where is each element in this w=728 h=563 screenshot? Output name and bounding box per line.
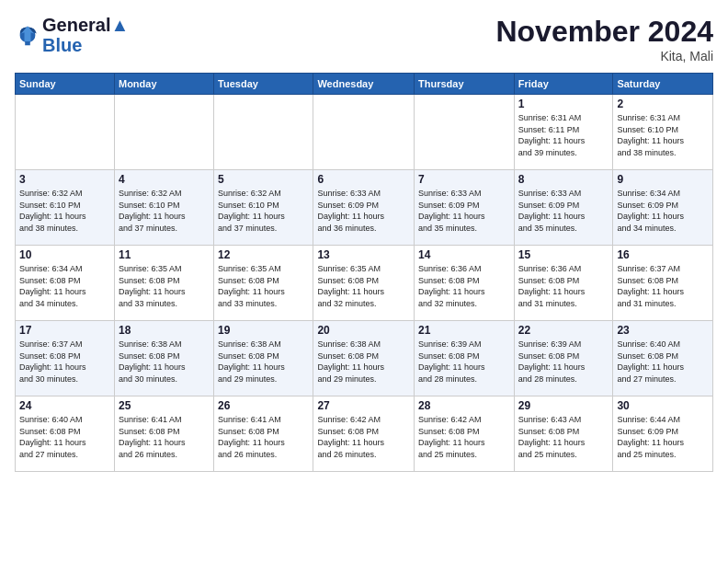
calendar-cell-w2-d2: 4Sunrise: 6:32 AMSunset: 6:10 PMDaylight… (114, 170, 213, 246)
day-number: 26 (218, 399, 309, 412)
day-number: 25 (119, 399, 210, 412)
calendar-cell-w5-d3: 26Sunrise: 6:41 AMSunset: 6:08 PMDayligh… (214, 396, 313, 472)
day-info: Sunrise: 6:35 AMSunset: 6:08 PMDaylight:… (119, 263, 210, 309)
day-number: 4 (119, 173, 210, 186)
day-info: Sunrise: 6:37 AMSunset: 6:08 PMDaylight:… (617, 263, 709, 309)
day-info: Sunrise: 6:32 AMSunset: 6:10 PMDaylight:… (119, 188, 210, 234)
day-info: Sunrise: 6:34 AMSunset: 6:08 PMDaylight:… (19, 263, 110, 309)
calendar-cell-w3-d1: 10Sunrise: 6:34 AMSunset: 6:08 PMDayligh… (16, 246, 115, 321)
location: Kita, Mali (495, 49, 713, 63)
day-number: 12 (218, 248, 309, 261)
day-number: 11 (119, 248, 210, 261)
calendar-cell-w3-d5: 14Sunrise: 6:36 AMSunset: 6:08 PMDayligh… (415, 246, 515, 321)
calendar-cell-w5-d2: 25Sunrise: 6:41 AMSunset: 6:08 PMDayligh… (114, 396, 213, 472)
col-monday: Monday (114, 74, 213, 95)
day-number: 23 (617, 324, 709, 337)
day-info: Sunrise: 6:34 AMSunset: 6:09 PMDaylight:… (617, 188, 709, 234)
day-info: Sunrise: 6:32 AMSunset: 6:10 PMDaylight:… (19, 188, 110, 234)
calendar-cell-w4-d7: 23Sunrise: 6:40 AMSunset: 6:08 PMDayligh… (613, 321, 713, 396)
day-info: Sunrise: 6:38 AMSunset: 6:08 PMDaylight:… (317, 339, 410, 385)
day-number: 18 (119, 324, 210, 337)
day-info: Sunrise: 6:42 AMSunset: 6:08 PMDaylight:… (418, 414, 510, 460)
week-row-2: 3Sunrise: 6:32 AMSunset: 6:10 PMDaylight… (16, 170, 713, 246)
day-number: 3 (19, 173, 110, 186)
calendar-cell-w4-d4: 20Sunrise: 6:38 AMSunset: 6:08 PMDayligh… (313, 321, 415, 396)
calendar-cell-w3-d2: 11Sunrise: 6:35 AMSunset: 6:08 PMDayligh… (114, 246, 213, 321)
day-number: 10 (19, 248, 110, 261)
day-info: Sunrise: 6:42 AMSunset: 6:08 PMDaylight:… (317, 414, 410, 460)
day-info: Sunrise: 6:44 AMSunset: 6:09 PMDaylight:… (617, 414, 709, 460)
col-thursday: Thursday (415, 74, 515, 95)
calendar-table: Sunday Monday Tuesday Wednesday Thursday… (15, 73, 713, 472)
day-info: Sunrise: 6:36 AMSunset: 6:08 PMDaylight:… (418, 263, 510, 309)
day-number: 28 (418, 399, 510, 412)
day-info: Sunrise: 6:33 AMSunset: 6:09 PMDaylight:… (518, 188, 609, 234)
calendar-header-row: Sunday Monday Tuesday Wednesday Thursday… (16, 74, 713, 95)
day-info: Sunrise: 6:39 AMSunset: 6:08 PMDaylight:… (418, 339, 510, 385)
month-title: November 2024 (495, 15, 713, 49)
day-number: 30 (617, 399, 709, 412)
day-number: 5 (218, 173, 309, 186)
day-info: Sunrise: 6:38 AMSunset: 6:08 PMDaylight:… (119, 339, 210, 385)
day-number: 27 (317, 399, 410, 412)
col-wednesday: Wednesday (313, 74, 415, 95)
calendar-cell-w4-d6: 22Sunrise: 6:39 AMSunset: 6:08 PMDayligh… (514, 321, 613, 396)
day-number: 2 (617, 98, 709, 110)
week-row-3: 10Sunrise: 6:34 AMSunset: 6:08 PMDayligh… (16, 246, 713, 321)
day-number: 19 (218, 324, 309, 337)
logo-text-line2: Blue (42, 35, 129, 55)
day-number: 24 (19, 399, 110, 412)
calendar-cell-w2-d6: 8Sunrise: 6:33 AMSunset: 6:09 PMDaylight… (514, 170, 613, 246)
day-number: 13 (317, 248, 410, 261)
day-info: Sunrise: 6:41 AMSunset: 6:08 PMDaylight:… (218, 414, 309, 460)
day-number: 8 (518, 173, 609, 186)
day-number: 17 (19, 324, 110, 337)
calendar-cell-w4-d5: 21Sunrise: 6:39 AMSunset: 6:08 PMDayligh… (415, 321, 515, 396)
calendar-cell-w5-d6: 29Sunrise: 6:43 AMSunset: 6:08 PMDayligh… (514, 396, 613, 472)
day-number: 16 (617, 248, 709, 261)
calendar-cell-w4-d3: 19Sunrise: 6:38 AMSunset: 6:08 PMDayligh… (214, 321, 313, 396)
day-number: 21 (418, 324, 510, 337)
calendar-cell-w3-d6: 15Sunrise: 6:36 AMSunset: 6:08 PMDayligh… (514, 246, 613, 321)
week-row-4: 17Sunrise: 6:37 AMSunset: 6:08 PMDayligh… (16, 321, 713, 396)
day-info: Sunrise: 6:35 AMSunset: 6:08 PMDaylight:… (317, 263, 410, 309)
day-info: Sunrise: 6:38 AMSunset: 6:08 PMDaylight:… (218, 339, 309, 385)
calendar-cell-w2-d1: 3Sunrise: 6:32 AMSunset: 6:10 PMDaylight… (16, 170, 115, 246)
day-info: Sunrise: 6:39 AMSunset: 6:08 PMDaylight:… (518, 339, 609, 385)
day-info: Sunrise: 6:33 AMSunset: 6:09 PMDaylight:… (418, 188, 510, 234)
day-info: Sunrise: 6:35 AMSunset: 6:08 PMDaylight:… (218, 263, 309, 309)
day-info: Sunrise: 6:41 AMSunset: 6:08 PMDaylight:… (119, 414, 210, 460)
day-number: 7 (418, 173, 510, 186)
day-info: Sunrise: 6:43 AMSunset: 6:08 PMDaylight:… (518, 414, 609, 460)
logo: General▲ Blue (15, 15, 129, 55)
calendar-cell-w1-d3 (214, 95, 313, 170)
col-saturday: Saturday (613, 74, 713, 95)
day-number: 9 (617, 173, 709, 186)
calendar-cell-w5-d1: 24Sunrise: 6:40 AMSunset: 6:08 PMDayligh… (16, 396, 115, 472)
calendar-cell-w5-d7: 30Sunrise: 6:44 AMSunset: 6:09 PMDayligh… (613, 396, 713, 472)
day-number: 20 (317, 324, 410, 337)
calendar-cell-w1-d6: 1Sunrise: 6:31 AMSunset: 6:11 PMDaylight… (514, 95, 613, 170)
calendar-cell-w2-d3: 5Sunrise: 6:32 AMSunset: 6:10 PMDaylight… (214, 170, 313, 246)
week-row-1: 1Sunrise: 6:31 AMSunset: 6:11 PMDaylight… (16, 95, 713, 170)
logo-icon (15, 22, 40, 48)
day-number: 6 (317, 173, 410, 186)
calendar-cell-w4-d1: 17Sunrise: 6:37 AMSunset: 6:08 PMDayligh… (16, 321, 115, 396)
calendar-cell-w5-d5: 28Sunrise: 6:42 AMSunset: 6:08 PMDayligh… (415, 396, 515, 472)
day-info: Sunrise: 6:31 AMSunset: 6:10 PMDaylight:… (617, 112, 709, 158)
day-number: 15 (518, 248, 609, 261)
calendar-cell-w1-d1 (16, 95, 115, 170)
calendar-cell-w3-d3: 12Sunrise: 6:35 AMSunset: 6:08 PMDayligh… (214, 246, 313, 321)
day-info: Sunrise: 6:40 AMSunset: 6:08 PMDaylight:… (19, 414, 110, 460)
calendar-cell-w1-d7: 2Sunrise: 6:31 AMSunset: 6:10 PMDaylight… (613, 95, 713, 170)
col-sunday: Sunday (16, 74, 115, 95)
calendar-cell-w5-d4: 27Sunrise: 6:42 AMSunset: 6:08 PMDayligh… (313, 396, 415, 472)
day-number: 1 (518, 98, 609, 110)
page-header: General▲ Blue November 2024 Kita, Mali (15, 15, 713, 63)
title-block: November 2024 Kita, Mali (495, 15, 713, 63)
day-info: Sunrise: 6:32 AMSunset: 6:10 PMDaylight:… (218, 188, 309, 234)
calendar-cell-w3-d4: 13Sunrise: 6:35 AMSunset: 6:08 PMDayligh… (313, 246, 415, 321)
day-info: Sunrise: 6:36 AMSunset: 6:08 PMDaylight:… (518, 263, 609, 309)
col-tuesday: Tuesday (214, 74, 313, 95)
calendar-cell-w2-d4: 6Sunrise: 6:33 AMSunset: 6:09 PMDaylight… (313, 170, 415, 246)
